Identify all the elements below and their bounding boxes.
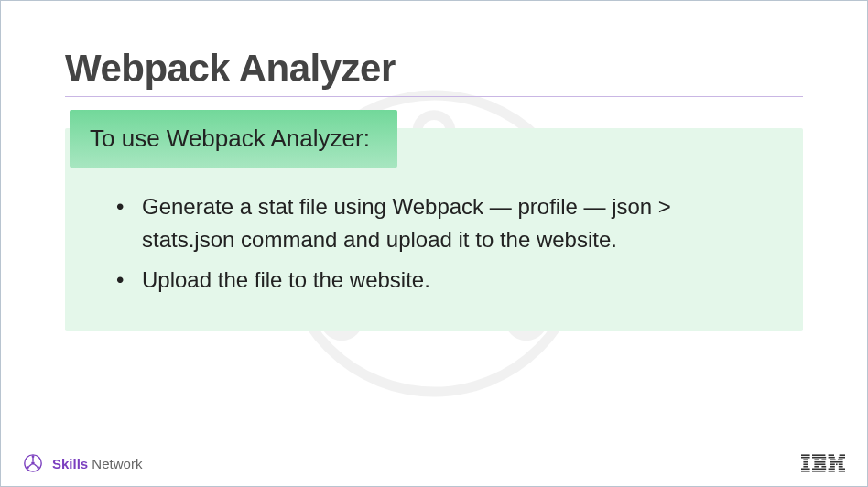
svg-point-14 bbox=[37, 466, 39, 469]
svg-rect-31 bbox=[821, 466, 826, 468]
svg-rect-21 bbox=[803, 466, 808, 468]
card-header: To use Webpack Analyzer: bbox=[70, 110, 397, 168]
svg-rect-49 bbox=[839, 471, 845, 472]
svg-rect-40 bbox=[830, 461, 843, 463]
svg-rect-38 bbox=[830, 459, 836, 460]
svg-rect-46 bbox=[829, 468, 835, 470]
footer-left: Skills Network bbox=[23, 453, 142, 473]
svg-rect-24 bbox=[812, 454, 825, 456]
svg-rect-17 bbox=[801, 457, 810, 459]
svg-rect-44 bbox=[830, 466, 835, 468]
svg-rect-48 bbox=[829, 471, 835, 472]
skills-network-icon bbox=[23, 453, 43, 473]
svg-rect-19 bbox=[803, 461, 808, 463]
list-item: Upload the file to the website. bbox=[109, 264, 759, 297]
svg-rect-37 bbox=[839, 457, 845, 459]
svg-rect-29 bbox=[814, 463, 825, 465]
svg-rect-33 bbox=[812, 471, 825, 472]
svg-rect-28 bbox=[814, 461, 825, 463]
svg-rect-32 bbox=[812, 468, 826, 470]
svg-rect-27 bbox=[821, 459, 826, 460]
svg-rect-43 bbox=[839, 463, 843, 465]
info-card: To use Webpack Analyzer: Generate a stat… bbox=[65, 128, 803, 331]
svg-rect-41 bbox=[830, 463, 835, 465]
svg-rect-18 bbox=[803, 459, 808, 460]
svg-rect-23 bbox=[801, 471, 810, 472]
footer-brand-bold: Skills bbox=[52, 456, 88, 471]
svg-rect-34 bbox=[829, 454, 834, 456]
slide-footer: Skills Network bbox=[1, 453, 867, 473]
footer-brand: Skills Network bbox=[52, 456, 142, 471]
svg-rect-26 bbox=[814, 459, 819, 460]
svg-rect-35 bbox=[840, 454, 845, 456]
svg-point-13 bbox=[32, 455, 35, 458]
svg-point-15 bbox=[27, 466, 29, 469]
svg-rect-20 bbox=[803, 463, 808, 465]
svg-line-11 bbox=[34, 464, 37, 467]
svg-line-12 bbox=[28, 464, 31, 467]
svg-rect-42 bbox=[836, 463, 838, 465]
svg-rect-25 bbox=[812, 457, 826, 459]
svg-rect-47 bbox=[839, 468, 845, 470]
svg-rect-45 bbox=[839, 466, 843, 468]
svg-rect-39 bbox=[838, 459, 843, 460]
ibm-logo-icon bbox=[801, 454, 845, 472]
svg-rect-22 bbox=[801, 468, 810, 470]
slide-content: Webpack Analyzer To use Webpack Analyzer… bbox=[1, 1, 867, 331]
slide-title: Webpack Analyzer bbox=[65, 47, 803, 97]
svg-rect-30 bbox=[814, 466, 819, 468]
list-item: Generate a stat file using Webpack — pro… bbox=[109, 190, 759, 256]
footer-brand-rest: Network bbox=[88, 456, 142, 471]
svg-rect-36 bbox=[829, 457, 835, 459]
svg-rect-16 bbox=[801, 454, 810, 456]
instruction-list: Generate a stat file using Webpack — pro… bbox=[109, 190, 759, 297]
